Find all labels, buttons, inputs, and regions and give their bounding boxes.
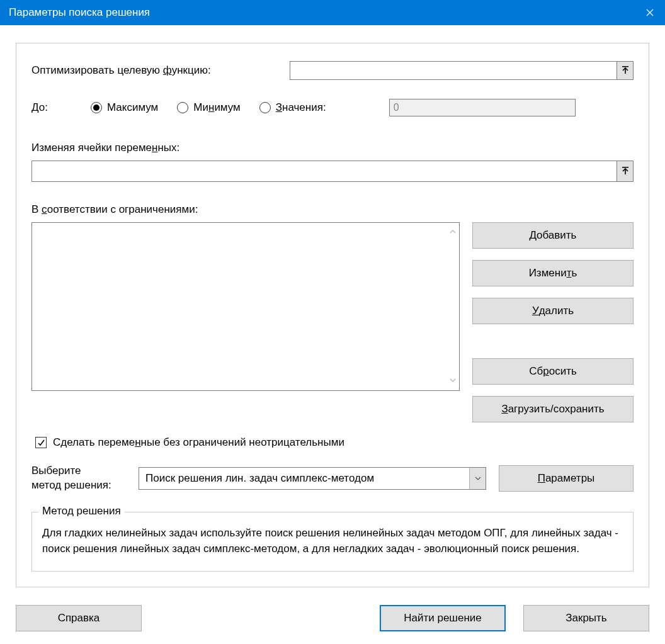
- variables-ref-button[interactable]: [617, 161, 633, 181]
- constraints-label: В соответствии с ограничениями:: [31, 203, 634, 216]
- change-button[interactable]: Изменить: [472, 260, 634, 286]
- dropdown-button[interactable]: [469, 468, 486, 489]
- radio-max-label: Максимум: [107, 101, 158, 114]
- radio-icon: [259, 102, 271, 113]
- help-button[interactable]: Справка: [16, 605, 142, 631]
- window-title: Параметры поиска решения: [9, 6, 150, 19]
- svg-rect-0: [622, 66, 628, 67]
- radio-min-label: Минимум: [193, 101, 240, 114]
- collapse-icon: [622, 66, 629, 75]
- checkbox-icon: [35, 437, 47, 448]
- scroll-up-icon: [449, 227, 457, 238]
- radio-value-label: Значения:: [276, 101, 326, 114]
- nonneg-checkbox-row[interactable]: Сделать переменные без ограничений неотр…: [35, 436, 634, 449]
- radio-value[interactable]: Значения:: [259, 101, 326, 114]
- target-value-input: [389, 99, 576, 116]
- close-icon: [646, 9, 654, 16]
- radio-max[interactable]: Максимум: [91, 101, 158, 114]
- nonneg-label: Сделать переменные без ограничений неотр…: [53, 436, 344, 449]
- delete-button[interactable]: Удалить: [472, 298, 634, 324]
- radio-min[interactable]: Минимум: [177, 101, 240, 114]
- constraints-listbox[interactable]: [31, 222, 460, 391]
- scroll-down-icon: [449, 375, 457, 387]
- close-button[interactable]: [635, 0, 665, 25]
- objective-ref-button[interactable]: [617, 62, 633, 79]
- reset-button[interactable]: Сбросить: [472, 358, 634, 385]
- svg-rect-1: [622, 167, 628, 168]
- objective-label: Оптимизировать целевую функцию:: [31, 64, 290, 77]
- load-save-button[interactable]: Загрузить/сохранить: [472, 396, 634, 422]
- collapse-icon: [622, 167, 629, 176]
- radio-icon: [177, 102, 188, 113]
- titlebar: Параметры поиска решения: [0, 0, 665, 25]
- main-group: Оптимизировать целевую функцию: До: Макс…: [16, 43, 649, 587]
- close-dialog-button[interactable]: Закрыть: [523, 605, 649, 631]
- method-help-text: Для гладких нелинейных задач используйте…: [42, 525, 623, 557]
- method-help-group: Метод решения Для гладких нелинейных зад…: [31, 512, 634, 572]
- method-label: Выберитеметод решения:: [31, 464, 126, 493]
- method-help-legend: Метод решения: [38, 505, 125, 517]
- variables-input[interactable]: [32, 161, 617, 181]
- chevron-down-icon: [475, 475, 481, 482]
- to-label: До:: [31, 101, 91, 114]
- radio-icon: [91, 102, 102, 113]
- variables-label: Изменяя ячейки переменных:: [31, 142, 634, 154]
- method-select[interactable]: Поиск решения лин. задач симплекс-методо…: [139, 467, 486, 490]
- add-button[interactable]: Добавить: [472, 222, 634, 249]
- objective-ref-wrap: [290, 61, 634, 80]
- variables-ref-wrap: [31, 161, 634, 182]
- objective-input[interactable]: [290, 62, 617, 79]
- solve-button[interactable]: Найти решение: [380, 605, 506, 631]
- method-selected: Поиск решения лин. задач симплекс-методо…: [145, 472, 374, 485]
- options-button[interactable]: Параметры: [499, 465, 634, 492]
